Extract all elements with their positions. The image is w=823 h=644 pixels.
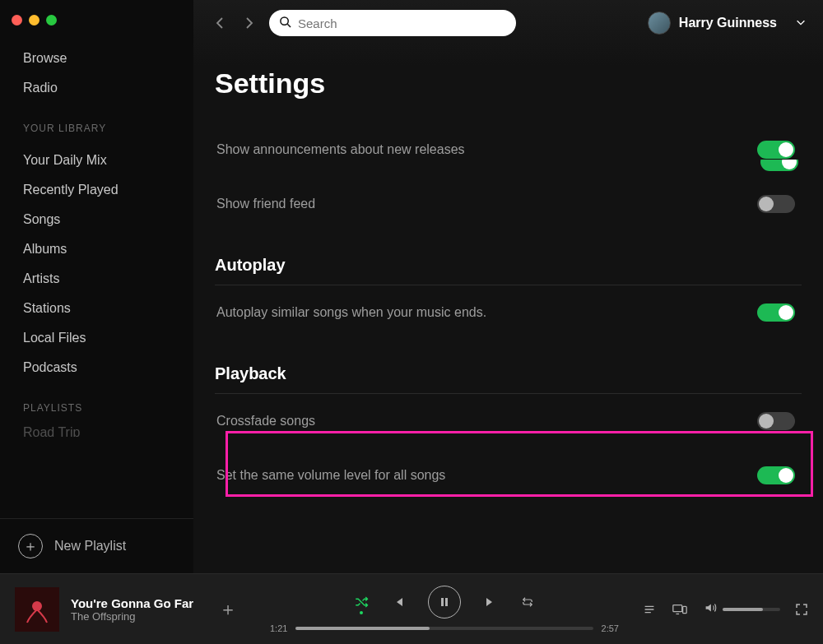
toggle-friend-feed[interactable]: [757, 195, 795, 213]
sidebar-item-daily-mix[interactable]: Your Daily Mix: [0, 146, 193, 175]
svg-rect-6: [683, 606, 687, 613]
sidebar-item-local-files[interactable]: Local Files: [0, 323, 193, 353]
section-header-autoplay: Autoplay: [215, 241, 802, 285]
settings-content: Settings Show announcements about new re…: [193, 46, 823, 573]
sidebar-item-browse[interactable]: Browse: [0, 44, 193, 73]
avatar: [648, 12, 671, 35]
fullscreen-button[interactable]: [795, 603, 808, 616]
elapsed-time: 1:21: [270, 623, 287, 633]
main-panel: Harry Guinness Settings Show announcemen…: [193, 0, 823, 573]
sidebar-item-podcasts[interactable]: Podcasts: [0, 353, 193, 382]
partial-toggle: [760, 160, 798, 173]
nav-back-button[interactable]: [210, 13, 230, 33]
topbar: Harry Guinness: [193, 0, 823, 46]
setting-label: Crossfade songs: [216, 414, 315, 429]
svg-point-0: [281, 16, 288, 24]
album-art[interactable]: [15, 587, 59, 632]
setting-row-autoplay: Autoplay similar songs when your music e…: [215, 285, 802, 340]
svg-rect-3: [441, 598, 444, 606]
sidebar-item-radio[interactable]: Radio: [0, 73, 193, 103]
plus-icon: ＋: [18, 534, 43, 558]
seek-bar[interactable]: [295, 627, 593, 630]
sidebar-header-library: YOUR LIBRARY: [0, 111, 193, 142]
section-header-playback: Playback: [215, 350, 802, 394]
sidebar-item-artists[interactable]: Artists: [0, 264, 193, 294]
repeat-button[interactable]: [520, 595, 535, 609]
chevron-down-icon: [785, 16, 807, 30]
right-controls: [619, 600, 808, 619]
user-name-label: Harry Guinness: [679, 16, 777, 30]
toggle-autoplay[interactable]: [757, 303, 795, 322]
setting-row-crossfade: Crossfade songs: [215, 394, 802, 448]
search-input[interactable]: [298, 16, 506, 30]
queue-button[interactable]: [642, 602, 657, 617]
volume-bar[interactable]: [723, 608, 780, 611]
sidebar-item-albums[interactable]: Albums: [0, 234, 193, 264]
next-button[interactable]: [484, 595, 497, 609]
sidebar-item-stations[interactable]: Stations: [0, 294, 193, 323]
toggle-normalize[interactable]: [757, 466, 795, 484]
close-window-icon[interactable]: [12, 15, 22, 25]
track-artist[interactable]: The Offspring: [71, 610, 202, 623]
setting-label: Autoplay similar songs when your music e…: [216, 305, 486, 320]
progress-bar: 1:21 2:57: [270, 623, 619, 633]
svg-line-1: [287, 24, 291, 27]
previous-button[interactable]: [392, 595, 405, 609]
total-time: 2:57: [602, 623, 619, 633]
svg-rect-5: [673, 605, 682, 611]
user-menu[interactable]: Harry Guinness: [648, 12, 807, 35]
minimize-window-icon[interactable]: [29, 15, 40, 25]
toggle-crossfade[interactable]: [757, 412, 795, 430]
sidebar-item-recently-played[interactable]: Recently Played: [0, 175, 193, 205]
new-playlist-button[interactable]: ＋ New Playlist: [0, 518, 193, 573]
player-bar: You're Gonna Go Far The Offspring ＋: [0, 573, 823, 644]
setting-label: Set the same volume level for all songs: [216, 468, 445, 483]
window-controls: [0, 8, 193, 40]
sidebar: Browse Radio YOUR LIBRARY Your Daily Mix…: [0, 0, 193, 573]
toggle-announcements[interactable]: [757, 141, 795, 159]
play-pause-button[interactable]: [428, 586, 461, 619]
volume-icon: [703, 600, 718, 619]
setting-label: Show friend feed: [216, 197, 315, 211]
setting-label: Show announcements about new releases: [216, 142, 465, 157]
playback-controls: 1:21 2:57: [270, 586, 619, 633]
search-icon: [279, 16, 291, 31]
devices-button[interactable]: [672, 602, 688, 617]
sidebar-item-songs[interactable]: Songs: [0, 205, 193, 234]
maximize-window-icon[interactable]: [46, 15, 57, 25]
page-title: Settings: [215, 67, 802, 100]
nav-forward-button[interactable]: [239, 13, 259, 33]
new-playlist-label: New Playlist: [54, 539, 126, 554]
svg-rect-4: [445, 598, 448, 606]
setting-row-friend-feed: Show friend feed: [215, 177, 802, 231]
volume-control[interactable]: [703, 600, 780, 619]
shuffle-button[interactable]: [354, 595, 369, 609]
setting-row-announcements: Show announcements about new releases: [215, 123, 802, 177]
sidebar-item-playlist[interactable]: Road Trip: [0, 425, 193, 437]
now-playing: You're Gonna Go Far The Offspring ＋: [15, 587, 270, 632]
setting-row-normalize: Set the same volume level for all songs: [215, 448, 802, 489]
track-title[interactable]: You're Gonna Go Far: [71, 596, 202, 610]
sidebar-header-playlists: PLAYLISTS: [0, 391, 193, 422]
add-track-button[interactable]: ＋: [214, 597, 242, 622]
search-field[interactable]: [269, 10, 516, 36]
